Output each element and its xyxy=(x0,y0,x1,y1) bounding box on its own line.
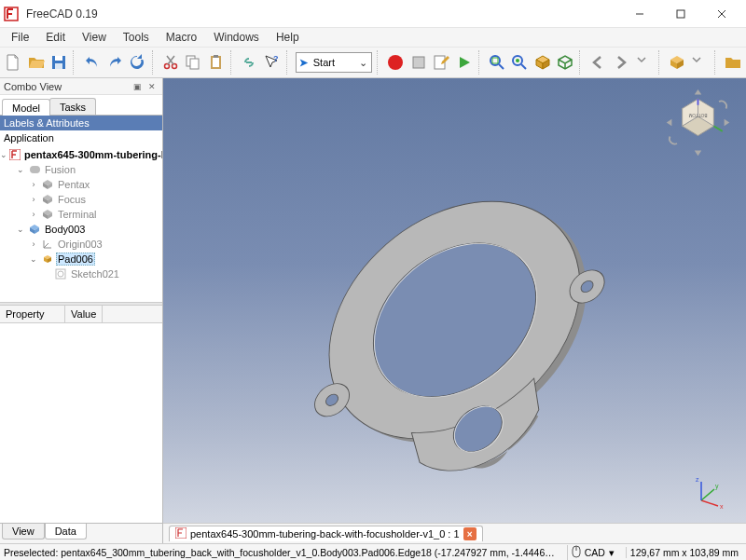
cut-button[interactable] xyxy=(161,50,180,75)
body-icon xyxy=(41,193,54,206)
property-header: Property Value xyxy=(0,306,162,323)
value-col[interactable]: Value xyxy=(65,306,103,322)
document-tab[interactable]: pentax645-300mm-tubering-back-with-focus… xyxy=(169,526,483,541)
tree-body003-row[interactable]: ⌄ Body003 xyxy=(0,222,162,237)
status-cad-label: CAD xyxy=(585,547,605,558)
nav-back-button[interactable] xyxy=(588,50,607,75)
close-tab-button[interactable]: × xyxy=(463,527,477,540)
zoom-fit-button[interactable] xyxy=(488,50,506,75)
3d-model-render xyxy=(163,78,746,543)
menu-help[interactable]: Help xyxy=(269,29,307,46)
svg-text:y: y xyxy=(715,483,719,490)
svg-rect-13 xyxy=(413,57,424,68)
maximize-button[interactable] xyxy=(660,0,701,28)
svg-point-22 xyxy=(58,271,63,277)
menu-macro[interactable]: Macro xyxy=(159,29,204,46)
close-button[interactable] xyxy=(701,0,742,28)
minimize-button[interactable] xyxy=(619,0,660,28)
whats-this-button[interactable]: ? xyxy=(262,50,281,75)
expander-icon[interactable]: ⌄ xyxy=(0,150,7,159)
tree-sketch021-label: Sketch021 xyxy=(69,268,121,280)
record-icon xyxy=(388,55,403,70)
svg-rect-3 xyxy=(55,56,62,61)
status-dimensions: 129,67 mm x 103,89 mm xyxy=(626,547,742,558)
tree-fusion-row[interactable]: ⌄ Fusion xyxy=(0,162,162,177)
tree-terminal-label: Terminal xyxy=(56,209,99,220)
menu-windows[interactable]: Windows xyxy=(206,29,267,46)
origin-icon xyxy=(41,238,54,251)
expander-icon[interactable]: › xyxy=(28,210,39,219)
workbench-label: Start xyxy=(311,57,356,68)
tree-doc-row[interactable]: ⌄ pentax645-300mm-tubering-bac… xyxy=(0,147,162,162)
expander-icon[interactable]: › xyxy=(28,195,39,204)
tree-fusion-label: Fusion xyxy=(43,164,77,175)
tree-pad006-row[interactable]: ⌄ Pad006 xyxy=(0,252,162,266)
menu-edit[interactable]: Edit xyxy=(38,29,73,46)
tree-terminal-row[interactable]: › Terminal xyxy=(0,207,162,222)
nav-dropdown-button[interactable] xyxy=(634,50,653,75)
combo-float-button[interactable]: ▣ xyxy=(131,80,144,93)
menu-view[interactable]: View xyxy=(75,29,114,46)
expander-icon[interactable]: › xyxy=(28,239,39,249)
3d-viewport[interactable]: BOTTOM xyxy=(163,78,746,543)
tab-model[interactable]: Model xyxy=(2,99,50,116)
copy-button[interactable] xyxy=(184,50,202,75)
tree-pentax-row[interactable]: › Pentax xyxy=(0,177,162,192)
document-tab-label: pentax645-300mm-tubering-back-with-focus… xyxy=(190,528,460,540)
combo-close-button[interactable]: ✕ xyxy=(145,80,159,93)
tree-origin003-row[interactable]: › Origin003 xyxy=(0,237,162,252)
combo-view-panel: Combo View ▣ ✕ Model Tasks Labels & Attr… xyxy=(0,78,163,543)
tree-pad006-label: Pad006 xyxy=(56,253,95,266)
main-area: Combo View ▣ ✕ Model Tasks Labels & Attr… xyxy=(0,78,746,543)
combo-view-title: Combo View xyxy=(4,81,131,92)
draw-style-button[interactable] xyxy=(533,50,552,75)
tree-sketch021-row[interactable]: Sketch021 xyxy=(0,266,162,281)
property-body xyxy=(0,323,162,523)
nav-forward-button[interactable] xyxy=(612,50,630,75)
redo-button[interactable] xyxy=(105,50,124,75)
bounding-box-button[interactable] xyxy=(556,50,574,75)
document-tab-bar: pentax645-300mm-tubering-back-with-focus… xyxy=(163,523,746,543)
status-bar: Preselected: pentax645_300mm_tubering_ba… xyxy=(0,543,746,560)
svg-rect-10 xyxy=(213,58,219,67)
macro-run-button[interactable] xyxy=(454,50,473,75)
refresh-button[interactable] xyxy=(128,50,146,75)
expander-icon[interactable]: ⌄ xyxy=(15,225,26,234)
tree-body003-label: Body003 xyxy=(43,224,87,235)
new-file-button[interactable] xyxy=(4,50,22,75)
undo-button[interactable] xyxy=(82,50,101,75)
paste-button[interactable] xyxy=(207,50,226,75)
open-file-button[interactable] xyxy=(26,50,45,75)
macro-record-button[interactable] xyxy=(386,50,405,75)
tab-data[interactable]: Data xyxy=(45,524,87,540)
svg-line-34 xyxy=(701,489,714,500)
macro-edit-button[interactable] xyxy=(432,50,450,75)
part-dropdown-button[interactable] xyxy=(690,50,709,75)
macro-stop-button[interactable] xyxy=(408,50,427,75)
model-tree[interactable]: ⌄ pentax645-300mm-tubering-bac… ⌄ Fusion… xyxy=(0,145,162,302)
tab-view[interactable]: View xyxy=(2,524,45,540)
save-file-button[interactable] xyxy=(49,50,68,75)
status-nav-mode[interactable]: CAD ▾ xyxy=(567,545,618,560)
link-button[interactable] xyxy=(240,50,258,75)
zoom-selection-button[interactable] xyxy=(510,50,529,75)
svg-text:x: x xyxy=(720,503,724,510)
group-button[interactable] xyxy=(724,50,742,75)
menu-tools[interactable]: Tools xyxy=(116,29,157,46)
body-icon xyxy=(41,208,54,221)
fusion-icon xyxy=(28,163,41,176)
expander-icon[interactable]: ⌄ xyxy=(28,254,39,264)
part-button[interactable] xyxy=(668,50,686,75)
expander-icon[interactable]: ⌄ xyxy=(15,165,26,174)
mouse-icon xyxy=(572,545,581,560)
tab-tasks[interactable]: Tasks xyxy=(49,98,96,115)
menu-file[interactable]: File xyxy=(4,29,36,46)
app-icon xyxy=(4,7,19,21)
svg-point-20 xyxy=(33,166,40,173)
menu-bar: File Edit View Tools Macro Windows Help xyxy=(0,28,746,47)
svg-rect-8 xyxy=(190,59,199,69)
tree-focus-row[interactable]: › Focus xyxy=(0,192,162,207)
workbench-selector[interactable]: ➤ Start ⌄ xyxy=(296,52,372,73)
property-col[interactable]: Property xyxy=(0,306,65,322)
expander-icon[interactable]: › xyxy=(28,180,39,189)
